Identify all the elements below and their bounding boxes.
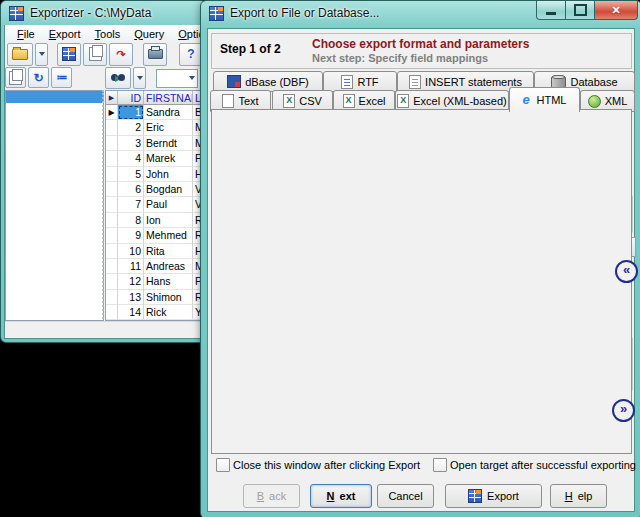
xml-icon: [588, 95, 601, 108]
cell-id[interactable]: 6: [118, 182, 144, 197]
table-row[interactable]: 4 Marek Prz: [106, 151, 206, 166]
menu-query[interactable]: Query: [127, 27, 171, 41]
table-list-item[interactable]: [6, 151, 103, 163]
cell-firstname[interactable]: Ion: [144, 213, 193, 228]
cell-firstname[interactable]: Berndt: [144, 136, 193, 151]
open-folder-icon: [12, 49, 28, 60]
menu-file[interactable]: File: [10, 27, 42, 41]
table-row[interactable]: ▶ 1 Sandra Bus: [106, 105, 206, 120]
exportizer-window: Exportizer - C:\MyData File Export Tools…: [0, 0, 207, 343]
collapse-panel-button[interactable]: «: [615, 260, 638, 283]
pane-splitter[interactable]: [102, 90, 104, 319]
table-row[interactable]: 9 Mehmed Rab: [106, 228, 206, 243]
back-button[interactable]: Back: [243, 484, 300, 508]
cell-id[interactable]: 11: [118, 259, 144, 274]
cell-firstname[interactable]: Eric: [144, 120, 193, 135]
cell-firstname[interactable]: Rick: [144, 305, 193, 320]
refresh-button[interactable]: ↻: [28, 67, 49, 88]
table-list-item[interactable]: [6, 115, 103, 127]
tab-rtf[interactable]: RTF: [323, 71, 397, 92]
view-details-button[interactable]: ≔: [51, 67, 72, 88]
column-header-id[interactable]: ID: [118, 91, 144, 105]
table-row[interactable]: 6 Bogdan Vov: [106, 182, 206, 197]
table-list-item[interactable]: [6, 127, 103, 139]
table-row[interactable]: 10 Rita Hag: [106, 244, 206, 259]
table-list-item[interactable]: [6, 103, 103, 115]
table-row[interactable]: 11 Andreas Mul: [106, 259, 206, 274]
menu-export[interactable]: Export: [42, 27, 88, 41]
current-row-marker: [106, 259, 118, 274]
column-header-firstname[interactable]: FIRSTNAME: [144, 91, 193, 105]
cell-firstname[interactable]: Rita: [144, 244, 193, 259]
table-list-item[interactable]: [6, 91, 103, 103]
find-dropdown[interactable]: [133, 67, 146, 89]
marker-column-header-icon[interactable]: ▶: [106, 91, 118, 105]
current-row-marker: [106, 305, 118, 320]
table-row[interactable]: 12 Hans Pet: [106, 274, 206, 289]
print-button[interactable]: [143, 43, 167, 66]
cell-firstname[interactable]: Bogdan: [144, 182, 193, 197]
filter-combobox[interactable]: [156, 69, 198, 88]
copy-button[interactable]: [83, 43, 107, 66]
cell-id[interactable]: 14: [118, 305, 144, 320]
open-database-dropdown[interactable]: [35, 43, 48, 66]
current-row-marker: [106, 167, 118, 182]
open-target-checkbox[interactable]: [433, 458, 447, 472]
exportizer-titlebar[interactable]: Exportizer - C:\MyData: [1, 1, 206, 25]
grid-header-row: ▶ ID FIRSTNAME LASTNAME: [106, 91, 206, 105]
cell-firstname[interactable]: Paul: [144, 197, 193, 212]
minimize-button[interactable]: [536, 1, 566, 20]
table-row[interactable]: 13 Shimon Rab: [106, 290, 206, 305]
cell-id[interactable]: 1: [118, 105, 144, 120]
next-button[interactable]: Next: [310, 484, 372, 508]
cell-firstname[interactable]: Andreas: [144, 259, 193, 274]
open-database-button[interactable]: [7, 43, 33, 66]
cell-firstname[interactable]: Sandra: [144, 105, 193, 120]
copy-icon: [9, 71, 22, 85]
minimize-icon: [546, 12, 556, 15]
cell-id[interactable]: 9: [118, 228, 144, 243]
cell-id[interactable]: 2: [118, 120, 144, 135]
close-after-export-checkbox[interactable]: [216, 458, 230, 472]
cell-id[interactable]: 3: [118, 136, 144, 151]
table-row[interactable]: 7 Paul Vog: [106, 197, 206, 212]
cell-firstname[interactable]: Hans: [144, 274, 193, 289]
cell-firstname[interactable]: Shimon: [144, 290, 193, 305]
cell-id[interactable]: 8: [118, 213, 144, 228]
cell-id[interactable]: 7: [118, 197, 144, 212]
table-list-item[interactable]: [6, 163, 103, 175]
help-button[interactable]: Help: [550, 484, 607, 508]
table-row[interactable]: 8 Ion Rot: [106, 213, 206, 228]
menu-tools[interactable]: Tools: [88, 27, 128, 41]
cell-id[interactable]: 5: [118, 167, 144, 182]
table-row[interactable]: 3 Berndt Mar: [106, 136, 206, 151]
table-row[interactable]: 5 John Hla: [106, 167, 206, 182]
find-button[interactable]: [105, 67, 131, 89]
current-row-marker: [106, 182, 118, 197]
chevron-down-icon: [39, 52, 45, 56]
export-button[interactable]: Export: [445, 484, 542, 508]
table-row[interactable]: 14 Rick Yon: [106, 305, 206, 320]
cancel-button[interactable]: Cancel: [377, 484, 434, 508]
tab-dbase[interactable]: dBase (DBF): [213, 71, 323, 92]
chevron-down-icon: [137, 76, 143, 80]
expand-export-mode-button[interactable]: »: [612, 399, 635, 422]
cell-id[interactable]: 4: [118, 151, 144, 166]
cell-id[interactable]: 10: [118, 244, 144, 259]
grid-rows: ▶ 1 Sandra Bus 2 Eric Mile 3 Berndt Mar: [106, 105, 206, 320]
copy-table-button[interactable]: [5, 67, 26, 88]
cell-firstname[interactable]: John: [144, 167, 193, 182]
cell-firstname[interactable]: Marek: [144, 151, 193, 166]
close-button[interactable]: ✕: [594, 1, 638, 20]
cell-id[interactable]: 13: [118, 290, 144, 305]
table-row[interactable]: 2 Eric Mile: [106, 120, 206, 135]
tab-html[interactable]: eHTML: [509, 87, 580, 112]
cell-id[interactable]: 12: [118, 274, 144, 289]
replace-button[interactable]: ↷: [109, 43, 133, 66]
maximize-button[interactable]: [566, 1, 594, 20]
current-row-marker: [106, 244, 118, 259]
current-row-marker: ▶: [106, 105, 118, 120]
export-table-button[interactable]: [57, 43, 81, 66]
cell-firstname[interactable]: Mehmed: [144, 228, 193, 243]
table-list-item[interactable]: [6, 139, 103, 151]
